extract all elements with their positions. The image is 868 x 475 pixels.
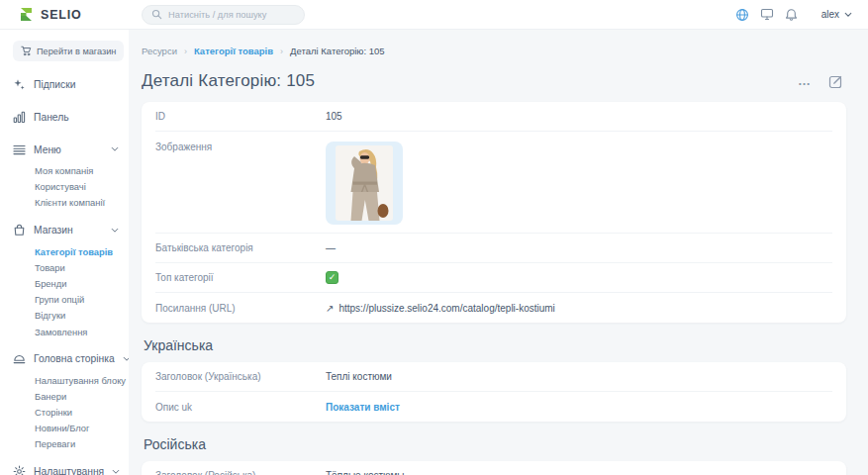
row-label: ID — [155, 111, 326, 122]
page-title: Деталі Категорію: 105 — [142, 71, 315, 91]
sidebar-item-advantages[interactable]: Переваги — [35, 436, 123, 452]
sidebar-item-news-blog[interactable]: Новини/Блог — [35, 421, 123, 436]
row-value: Тёплые костюмы — [326, 470, 405, 475]
category-image-thumbnail[interactable] — [326, 142, 403, 225]
top-category-checkbox[interactable]: ✓ — [326, 271, 338, 284]
search-input[interactable] — [168, 10, 295, 20]
sidebar-item-label: Підписки — [34, 79, 75, 90]
chevron-down-icon — [111, 228, 119, 234]
gear-icon — [13, 465, 26, 475]
breadcrumb-separator: › — [280, 47, 283, 56]
sidebar-item-product-categories[interactable]: Категорії товарів — [35, 244, 123, 260]
sparkles-icon — [13, 78, 26, 91]
row-label: Опис uk — [155, 402, 326, 413]
sidebar-group-label: Налаштування — [34, 466, 104, 475]
hamburger-icon — [13, 144, 26, 155]
sidebar-item-products[interactable]: Товари — [35, 260, 123, 276]
sidebar-item-brands[interactable]: Бренди — [35, 276, 123, 292]
row-value: Теплі костюми — [326, 371, 392, 382]
sidebar-item-users[interactable]: Користувачі — [35, 179, 123, 195]
sidebar-item-dashboard[interactable]: Панель — [13, 103, 123, 131]
row-label: Заголовок (Російська) — [155, 470, 326, 475]
user-menu[interactable]: alex — [821, 9, 852, 20]
sidebar-item-my-company[interactable]: Моя компанія — [35, 163, 123, 179]
sidebar: Перейти в магазин Підписки Панель — [0, 30, 129, 475]
ukrainian-section-card: Заголовок (Українська) Теплі костюми Опи… — [142, 362, 846, 422]
bar-chart-icon — [13, 111, 26, 124]
sidebar-group-shop[interactable]: Магазин — [13, 217, 123, 244]
notifications-bell-icon[interactable] — [785, 8, 798, 22]
row-label: Посилання (URL) — [155, 303, 326, 314]
sidebar-group-label: Магазин — [34, 225, 73, 236]
sidebar-item-option-groups[interactable]: Групи опцій — [35, 292, 123, 308]
table-row-image: Зображення — [155, 132, 832, 234]
user-name: alex — [821, 9, 839, 20]
row-label: Топ категорії — [155, 272, 326, 283]
chevron-down-icon — [844, 12, 852, 18]
sidebar-group-label: Меню — [34, 144, 61, 155]
cart-icon — [21, 46, 32, 56]
dome-icon — [13, 352, 26, 365]
sidebar-item-reviews[interactable]: Відгуки — [35, 308, 123, 324]
table-row-description-uk: Опис uk Показати вміст — [155, 392, 832, 422]
sidebar-item-block-settings[interactable]: Налаштування блоку — [35, 373, 123, 389]
more-options-button[interactable]: … — [798, 76, 812, 86]
chevron-down-icon — [111, 146, 119, 152]
language-globe-icon[interactable] — [735, 8, 749, 22]
table-row-top-category: Топ категорії ✓ — [155, 263, 832, 293]
shopping-bag-icon — [13, 224, 26, 237]
sidebar-item-banners[interactable]: Банери — [35, 389, 123, 405]
section-heading-ukrainian: Українська — [144, 337, 846, 353]
section-heading-russian: Російська — [144, 436, 846, 452]
row-label: Заголовок (Українська) — [155, 371, 326, 382]
sidebar-item-pages[interactable]: Сторінки — [35, 405, 123, 421]
sidebar-group-settings[interactable]: Налаштування — [13, 458, 123, 475]
row-value: — — [326, 242, 336, 253]
table-row-url: Посилання (URL) ↗ https://plussize.selio… — [155, 293, 832, 323]
global-search[interactable] — [142, 5, 305, 25]
monitor-icon[interactable] — [760, 8, 774, 21]
sidebar-group-menu[interactable]: Меню — [13, 136, 123, 163]
breadcrumb-item-current: Деталі Категорію: 105 — [290, 46, 385, 56]
breadcrumb-item-resources[interactable]: Ресурси — [142, 46, 177, 56]
top-header: SELIO alex — [0, 0, 868, 30]
sidebar-item-label: Перейти в магазин — [37, 47, 116, 56]
edit-button[interactable] — [828, 73, 844, 89]
selio-logo-text: SELIO — [41, 8, 82, 22]
category-url-link[interactable]: https://plussize.selio24.com/catalog/tep… — [338, 303, 554, 314]
search-icon — [151, 9, 162, 20]
selio-logo-icon — [18, 6, 35, 23]
breadcrumb-separator: › — [184, 47, 187, 56]
main-content: Ресурси › Категорії товарів › Деталі Кат… — [129, 30, 868, 475]
table-row-id: ID 105 — [155, 102, 832, 132]
row-label: Батьківська категорія — [155, 242, 326, 253]
sidebar-item-orders[interactable]: Замовлення — [35, 325, 123, 340]
category-details-card: ID 105 Зображення — [142, 102, 846, 323]
row-label: Зображення — [155, 142, 326, 152]
row-value: 105 — [326, 111, 342, 122]
selio-logo[interactable]: SELIO — [18, 6, 126, 23]
sidebar-group-label: Головна сторінка — [34, 353, 115, 364]
table-row-parent-category: Батьківська категорія — — [155, 234, 832, 263]
breadcrumb-item-product-categories[interactable]: Категорії товарів — [194, 46, 273, 56]
russian-section-card: Заголовок (Російська) Тёплые костюмы Опи… — [142, 461, 846, 475]
sidebar-item-subscriptions[interactable]: Підписки — [13, 70, 123, 98]
show-content-link-uk[interactable]: Показати вміст — [326, 402, 400, 413]
table-row-title-ru: Заголовок (Російська) Тёплые костюмы — [155, 461, 832, 475]
sidebar-item-company-clients[interactable]: Клієнти компанії — [35, 195, 123, 211]
sidebar-group-homepage[interactable]: Головна сторінка — [13, 345, 123, 373]
chevron-down-icon — [112, 469, 120, 475]
external-link-icon: ↗ — [326, 303, 334, 314]
sidebar-item-label: Панель — [34, 112, 69, 123]
table-row-title-uk: Заголовок (Українська) Теплі костюми — [155, 362, 832, 392]
breadcrumb: Ресурси › Категорії товарів › Деталі Кат… — [142, 46, 846, 56]
sidebar-item-go-to-shop[interactable]: Перейти в магазин — [13, 41, 124, 61]
